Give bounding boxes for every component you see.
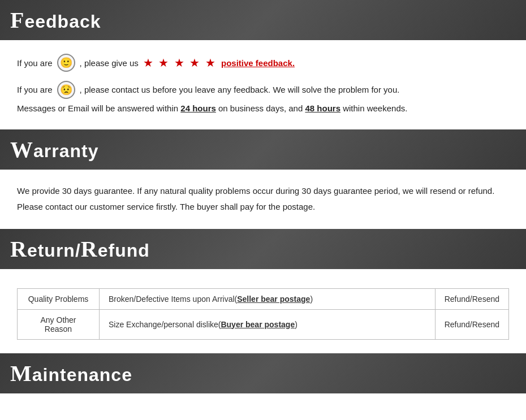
- refund-big-letter-2: R: [81, 236, 98, 262]
- happy-face-icon: 🙂: [57, 54, 75, 72]
- refund-postage-label: Buyer bear postage: [221, 320, 295, 329]
- feedback-sad-line1: If you are 😟 , please contact us before …: [17, 81, 509, 99]
- warranty-title: Warranty: [10, 136, 99, 163]
- table-row: Quality ProblemsBroken/Defective Items u…: [18, 288, 509, 309]
- refund-header: Return/Refund: [0, 229, 526, 269]
- warranty-big-letter: W: [10, 137, 33, 162]
- refund-content: Quality ProblemsBroken/Defective Items u…: [0, 269, 526, 353]
- refund-reason: Quality Problems: [18, 288, 100, 309]
- feedback-sad-mid: , please contact us before you leave any…: [80, 83, 400, 97]
- refund-reason: Any Other Reason: [18, 309, 100, 339]
- feedback-title: Feedback: [10, 7, 101, 33]
- refund-big-letter-1: R: [10, 236, 27, 262]
- maintenance-big-letter: M: [10, 361, 32, 386]
- maintenance-title: Maintenance: [10, 360, 132, 387]
- table-row: Any Other ReasonSize Exchange/personal d…: [18, 309, 509, 339]
- positive-feedback-link[interactable]: positive feedback.: [221, 58, 295, 68]
- feedback-24hours: 24 hours: [180, 103, 216, 113]
- refund-postage-label: Seller bear postage: [237, 295, 310, 304]
- refund-description: Size Exchange/personal dislike(Buyer bea…: [100, 309, 436, 339]
- warranty-header: Warranty: [0, 129, 526, 170]
- refund-table: Quality ProblemsBroken/Defective Items u…: [17, 288, 509, 340]
- feedback-big-letter: F: [10, 7, 24, 33]
- refund-description: Broken/Defective Items upon Arrival(Sell…: [100, 288, 436, 309]
- refund-action: Refund/Resend: [435, 309, 508, 339]
- feedback-happy-mid: , please give us: [80, 58, 139, 68]
- feedback-hours-mid: on business days, and: [218, 103, 305, 113]
- stars-icon: ★ ★ ★ ★ ★: [143, 56, 217, 70]
- feedback-sad-pre: If you are: [17, 83, 53, 97]
- warranty-content: We provide 30 days guarantee. If any nat…: [0, 170, 526, 229]
- feedback-sad-block: If you are 😟 , please contact us before …: [17, 81, 509, 116]
- feedback-content: If you are 🙂 , please give us ★ ★ ★ ★ ★ …: [0, 40, 526, 129]
- warranty-text: We provide 30 days guarantee. If any nat…: [17, 183, 509, 215]
- feedback-header: Feedback: [0, 0, 526, 40]
- refund-action: Refund/Resend: [435, 288, 508, 309]
- refund-title: Return/Refund: [10, 236, 150, 262]
- feedback-hours-pre: Messages or Email will be answered withi…: [17, 103, 178, 113]
- sad-face-icon: 😟: [57, 81, 75, 99]
- feedback-hours-line: Messages or Email will be answered withi…: [17, 101, 509, 116]
- feedback-48hours: 48 hours: [305, 103, 340, 113]
- feedback-hours-end: within weekends.: [343, 103, 407, 113]
- maintenance-header: Maintenance: [0, 353, 526, 393]
- feedback-happy-pre: If you are: [17, 58, 53, 68]
- feedback-happy-line: If you are 🙂 , please give us ★ ★ ★ ★ ★ …: [17, 54, 509, 72]
